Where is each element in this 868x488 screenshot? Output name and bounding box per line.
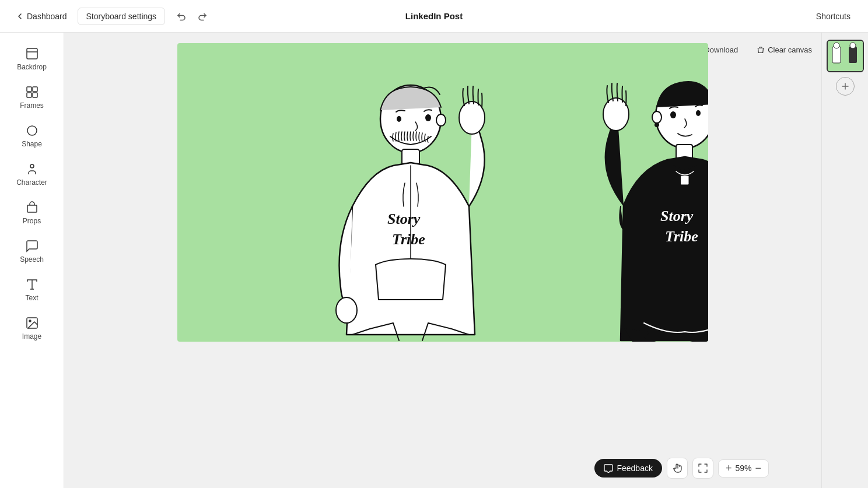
fit-screen-icon — [698, 463, 708, 473]
left-sidebar: Backdrop Frames Shape Character — [0, 33, 64, 488]
header-left: Dashboard Storyboard settings — [9, 7, 212, 26]
app-header: Dashboard Storyboard settings LinkedIn P… — [0, 0, 868, 33]
svg-point-18 — [459, 101, 485, 134]
clear-canvas-button[interactable]: Clear canvas — [752, 43, 817, 57]
undo-redo-group — [172, 7, 212, 26]
svg-point-13 — [436, 114, 446, 126]
svg-point-29 — [603, 98, 629, 131]
chevron-left-icon — [15, 12, 24, 21]
hand-tool-button[interactable] — [667, 458, 688, 479]
svg-text:Story: Story — [387, 210, 421, 227]
svg-point-35 — [850, 43, 856, 48]
page-title: LinkedIn Post — [405, 11, 463, 21]
shortcuts-label: Shortcuts — [816, 12, 850, 21]
svg-point-11 — [425, 114, 431, 121]
svg-rect-2 — [33, 87, 37, 92]
svg-point-6 — [30, 164, 34, 168]
redo-icon — [197, 11, 208, 22]
add-slide-button[interactable] — [836, 77, 855, 96]
svg-point-12 — [397, 116, 401, 122]
text-icon — [25, 278, 39, 292]
svg-rect-34 — [849, 47, 857, 63]
zoom-out-button[interactable]: − — [754, 462, 762, 475]
feedback-button[interactable]: Feedback — [594, 459, 662, 478]
bottom-toolbar: Feedback + 59% − — [594, 458, 769, 479]
sidebar-item-frames[interactable]: Frames — [6, 80, 58, 114]
svg-rect-0 — [27, 48, 37, 59]
svg-point-33 — [834, 43, 839, 48]
svg-point-5 — [27, 126, 37, 135]
sidebar-item-image[interactable]: Image — [6, 311, 58, 345]
sidebar-item-shape[interactable]: Shape — [6, 119, 58, 153]
sidebar-item-text[interactable]: Text — [6, 273, 58, 307]
left-character: Story Tribe — [336, 85, 485, 340]
clear-canvas-label: Clear canvas — [768, 45, 812, 54]
header-right: Shortcuts — [808, 8, 859, 24]
backdrop-label: Backdrop — [17, 63, 47, 71]
main-area: Backdrop Frames Shape Character — [0, 33, 868, 488]
svg-text:Story: Story — [660, 208, 694, 224]
redo-button[interactable] — [193, 7, 212, 26]
shortcuts-button[interactable]: Shortcuts — [808, 8, 859, 24]
svg-point-24 — [654, 122, 659, 127]
back-label: Dashboard — [27, 12, 67, 21]
svg-rect-1 — [27, 87, 32, 92]
feedback-label: Feedback — [617, 464, 652, 473]
character-icon — [25, 162, 39, 176]
svg-rect-4 — [33, 93, 37, 97]
sidebar-item-speech[interactable]: Speech — [6, 234, 58, 268]
zoom-control: + 59% − — [718, 459, 769, 478]
svg-rect-3 — [27, 93, 32, 97]
trash-icon — [757, 46, 765, 54]
back-dashboard-button[interactable]: Dashboard — [9, 8, 73, 24]
frames-label: Frames — [20, 101, 44, 110]
zoom-in-button[interactable]: + — [724, 462, 733, 475]
shape-icon — [25, 124, 39, 138]
character-label: Character — [16, 178, 47, 187]
text-label: Text — [25, 294, 38, 302]
undo-button[interactable] — [172, 7, 191, 26]
download-label: Download — [704, 45, 738, 54]
slide-thumbnail-1[interactable] — [827, 40, 864, 72]
speech-label: Speech — [20, 255, 44, 264]
svg-rect-32 — [832, 47, 841, 63]
sidebar-item-backdrop[interactable]: Backdrop — [6, 42, 58, 76]
undo-icon — [176, 11, 187, 22]
plus-icon — [841, 82, 850, 91]
sidebar-item-props[interactable]: Props — [6, 196, 58, 230]
svg-point-19 — [336, 297, 357, 323]
image-label: Image — [22, 332, 41, 340]
canvas-area[interactable]: Download Clear canvas — [64, 33, 821, 488]
props-label: Props — [23, 217, 41, 225]
frames-icon — [25, 85, 39, 99]
svg-rect-7 — [27, 205, 37, 212]
settings-label: Storyboard settings — [86, 12, 157, 21]
image-icon — [25, 316, 39, 330]
thumbnail-preview — [828, 41, 863, 71]
svg-point-9 — [29, 320, 31, 322]
svg-rect-26 — [681, 176, 688, 184]
fit-screen-button[interactable] — [692, 458, 713, 479]
backdrop-icon — [25, 47, 39, 61]
props-icon — [25, 201, 39, 215]
svg-text:Tribe: Tribe — [392, 231, 425, 248]
sidebar-item-character[interactable]: Character — [6, 157, 58, 191]
svg-text:Tribe: Tribe — [665, 228, 698, 245]
right-character: Story Tribe — [603, 82, 708, 340]
svg-point-23 — [652, 111, 662, 123]
chat-icon — [604, 464, 613, 473]
svg-point-21 — [670, 111, 676, 118]
hand-icon — [672, 463, 682, 473]
shape-label: Shape — [22, 140, 42, 148]
canvas-frame[interactable]: Story Tribe — [177, 43, 708, 342]
right-panel — [821, 33, 868, 488]
storyboard-settings-button[interactable]: Storyboard settings — [78, 8, 166, 25]
speech-icon — [25, 239, 39, 253]
svg-point-22 — [696, 110, 701, 116]
canvas-illustration: Story Tribe — [177, 43, 708, 342]
zoom-level: 59% — [735, 464, 751, 473]
